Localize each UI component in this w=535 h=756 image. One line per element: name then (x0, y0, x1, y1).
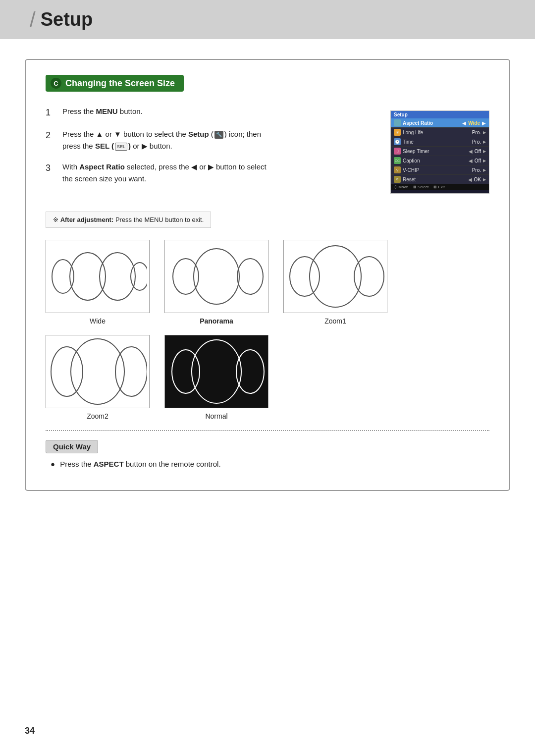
note-text: Press the MENU button to exit. (115, 216, 204, 223)
step-1-text: Press the MENU button. (62, 106, 143, 117)
svg-point-3 (131, 263, 147, 290)
section-icon: C (51, 78, 61, 89)
menu-row-reset: ↺ Reset ◀ OK ▶ (391, 174, 489, 184)
step-3-number: 3 (46, 162, 59, 175)
step-2: 2 Press the ▲ or ▼ button to select the … (46, 128, 375, 152)
wide-svg (48, 243, 147, 310)
step-3-text: With Aspect Ratio selected, press the ◀ … (62, 161, 267, 185)
quick-way-heading-text: Quick Way (53, 442, 91, 451)
menu-title: Setup (391, 111, 489, 118)
svg-point-10 (51, 347, 83, 396)
svg-point-15 (236, 350, 264, 393)
svg-point-11 (71, 339, 124, 404)
step-1: 1 Press the MENU button. (46, 106, 375, 119)
panorama-frame (164, 240, 268, 313)
step-3: 3 With Aspect Ratio selected, press the … (46, 161, 375, 185)
zoom2-label: Zoom2 (87, 412, 108, 420)
illustrations-row-1: Wide Panorama (46, 240, 489, 325)
svg-point-5 (194, 249, 239, 304)
zoom2-frame (46, 335, 150, 408)
svg-point-13 (172, 350, 200, 393)
menu-row-vchip: V V-CHIP Pro. ▶ (391, 165, 489, 174)
svg-point-1 (70, 253, 106, 300)
page-content: C Changing the Screen Size 1 Press the M… (0, 39, 535, 540)
menu-footer: ⬡ Move ⊠ Select ⊠ Exit (391, 184, 489, 190)
zoom1-frame (283, 240, 387, 313)
svg-point-8 (310, 246, 361, 307)
illustration-zoom2: Zoom2 (46, 335, 150, 420)
menu-row-aspect-ratio: Aspect Ratio ◀ Wide ▶ (391, 118, 489, 127)
illustration-wide: Wide (46, 240, 150, 325)
normal-frame (164, 335, 268, 408)
illustration-zoom1: Zoom1 (283, 240, 387, 325)
zoom2-svg (48, 338, 147, 405)
svg-point-6 (237, 259, 263, 294)
section-box: C Changing the Screen Size 1 Press the M… (25, 59, 510, 491)
steps-area: 1 Press the MENU button. 2 Press the ▲ o… (46, 106, 489, 194)
svg-point-2 (100, 253, 135, 300)
panorama-svg (167, 243, 266, 310)
step-1-number: 1 (46, 106, 59, 119)
bullet-icon: ● (51, 460, 55, 468)
step-2-number: 2 (46, 129, 59, 142)
svg-point-0 (52, 260, 74, 293)
normal-label: Normal (205, 412, 227, 420)
note-bold: After adjustment: (60, 216, 114, 223)
note-box: ※ After adjustment: Press the MENU butto… (46, 212, 211, 228)
menu-row-sleep-timer: ☽ Sleep Timer ◀ Off ▶ (391, 146, 489, 156)
quick-way-section: Quick Way ● Press the ASPECT button on t… (46, 440, 489, 470)
note-prefix: ※ (53, 216, 58, 223)
header-slash-icon: / (30, 9, 36, 30)
panorama-label: Panorama (200, 317, 233, 325)
menu-row-caption: CC Caption ◀ Off ▶ (391, 156, 489, 165)
quick-way-heading: Quick Way (46, 440, 98, 453)
page-header: / Setup (0, 0, 535, 39)
page-number: 34 (25, 726, 35, 736)
quick-way-text: ● Press the ASPECT button on the remote … (51, 458, 489, 470)
svg-point-12 (115, 347, 147, 396)
svg-point-7 (290, 257, 320, 296)
wide-frame (46, 240, 150, 313)
sel-icon: SEL (115, 143, 127, 151)
page-title: Setup (41, 9, 93, 30)
illustrations-row-2: Zoom2 Normal (46, 335, 489, 420)
normal-svg (167, 338, 266, 405)
zoom1-label: Zoom1 (324, 317, 346, 325)
svg-point-4 (173, 259, 199, 294)
section-heading-text: Changing the Screen Size (65, 78, 175, 89)
menu-row-long-life: ☀ Long Life Pro. ▶ (391, 127, 489, 137)
dotted-separator (46, 430, 489, 431)
menu-screenshot: Setup Aspect Ratio ◀ Wide ▶ ☀ Long Life … (390, 110, 489, 194)
step-2-text: Press the ▲ or ▼ button to select the Se… (62, 128, 261, 152)
svg-point-9 (354, 257, 384, 296)
steps-list: 1 Press the MENU button. 2 Press the ▲ o… (46, 106, 375, 194)
wide-label: Wide (90, 317, 106, 325)
menu-row-time: 🕐 Time Pro. ▶ (391, 137, 489, 146)
illustration-panorama: Panorama (164, 240, 268, 325)
section-heading: C Changing the Screen Size (46, 75, 184, 92)
zoom1-svg (286, 243, 385, 310)
illustration-normal: Normal (164, 335, 268, 420)
